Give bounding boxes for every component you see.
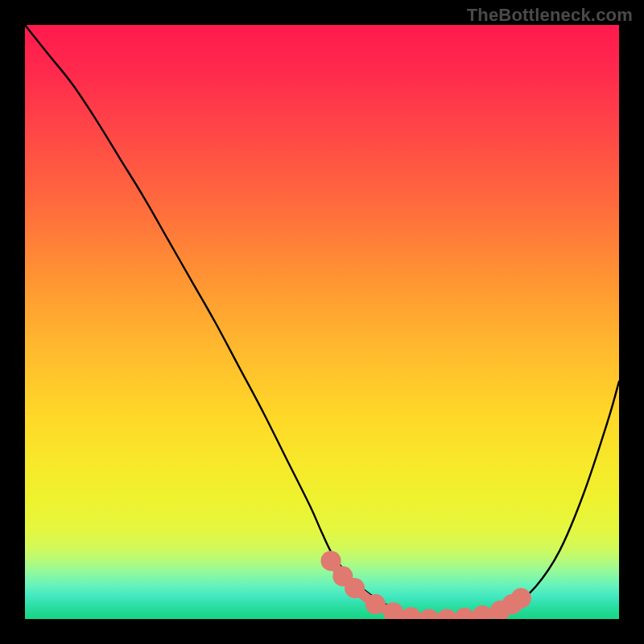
watermark-text: TheBottleneck.com	[467, 5, 633, 26]
chart-overlay	[25, 25, 619, 619]
chart-frame	[25, 25, 619, 619]
highlight-marker	[401, 607, 421, 619]
highlight-marker	[455, 608, 475, 619]
highlight-marker	[365, 594, 386, 614]
highlight-marker	[511, 588, 531, 609]
highlight-marker	[473, 605, 493, 619]
highlight-marker	[436, 609, 456, 619]
highlight-marker	[345, 578, 365, 598]
highlight-markers	[321, 551, 531, 619]
highlight-marker	[419, 609, 439, 619]
bottleneck-curve	[25, 25, 619, 619]
